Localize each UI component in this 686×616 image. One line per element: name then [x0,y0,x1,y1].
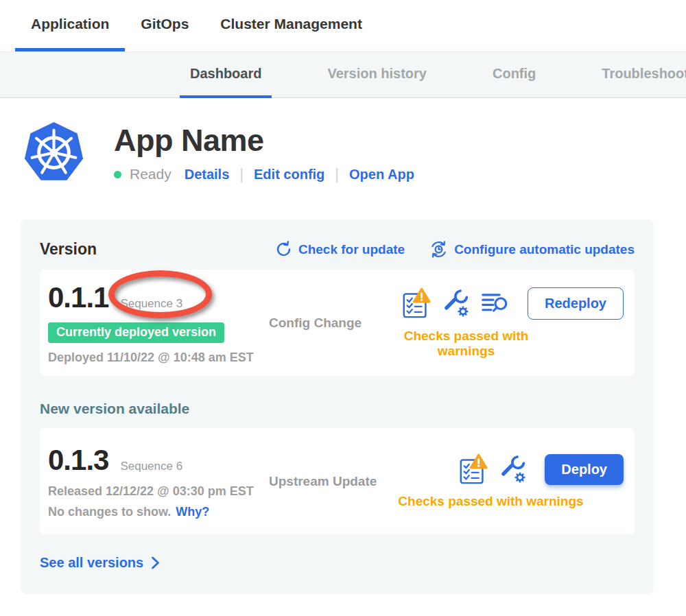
app-header: App Name Ready Details | Edit config | O… [23,121,686,185]
status-badge: Ready [130,166,172,182]
see-all-versions-link[interactable]: See all versions [40,555,160,571]
check-for-update-link[interactable]: Check for update [275,240,405,259]
current-version-card: 0.1.1 Sequence 3 Currently deployed vers… [40,270,635,376]
deploy-button[interactable]: Deploy [545,454,624,485]
tab-config[interactable]: Config [482,52,546,98]
version-section-title: Version [40,240,97,259]
divider: | [239,165,244,183]
current-version-number: 0.1.1 [48,281,108,314]
version-section: Version Check for update Configure [21,220,654,594]
app-sub-navigation: Dashboard Version history Config Trouble… [0,51,686,98]
tab-application[interactable]: Application [15,0,125,51]
current-version-source: Config Change [269,316,391,331]
deployed-badge: Currently deployed version [48,322,224,343]
diff-summary-text: No changes to show. [48,505,171,519]
check-for-update-label: Check for update [298,242,405,257]
available-checks-status: Checks passed with warnings [391,494,624,509]
tab-version-history[interactable]: Version history [317,52,437,98]
available-version-sequence: Sequence 6 [120,460,182,473]
available-version-number: 0.1.3 [48,444,108,477]
details-link[interactable]: Details [185,167,230,182]
refresh-icon [275,241,292,258]
released-timestamp: Released 12/12/22 @ 03:30 pm EST [48,484,269,499]
divider: | [335,165,339,183]
view-files-icon[interactable] [481,292,510,315]
see-all-versions-label: See all versions [40,555,143,571]
chevron-right-icon [151,556,160,569]
configure-auto-updates-label: Configure automatic updates [454,242,635,257]
diff-why-link[interactable]: Why? [176,505,209,519]
current-checks-status: Checks passed with warnings [391,329,624,359]
open-app-link[interactable]: Open App [349,167,414,182]
preflight-checklist-icon[interactable] [401,287,431,319]
clock-refresh-icon [429,240,448,259]
tab-gitops[interactable]: GitOps [125,0,204,51]
kubernetes-logo-icon [23,121,85,185]
page-title: App Name [114,125,414,156]
new-version-heading: New version available [40,401,635,417]
tab-cluster-management[interactable]: Cluster Management [204,0,378,51]
available-version-source: Upstream Update [269,474,391,489]
preflight-checklist-icon[interactable] [458,453,488,485]
configure-auto-updates-link[interactable]: Configure automatic updates [429,240,635,259]
edit-config-link[interactable]: Edit config [254,167,324,182]
wrench-gear-icon[interactable] [499,454,527,484]
current-version-sequence: Sequence 3 [120,297,182,311]
status-dot [114,171,121,178]
top-navigation: Application GitOps Cluster Management [0,0,686,51]
tab-troubleshoot[interactable]: Troubleshoot [591,52,686,98]
wrench-gear-icon[interactable] [442,288,470,318]
available-version-card: 0.1.3 Sequence 6 Released 12/12/22 @ 03:… [40,428,635,534]
redeploy-button[interactable]: Redeploy [528,287,624,320]
tab-dashboard[interactable]: Dashboard [180,52,272,98]
deployed-timestamp: Deployed 11/10/22 @ 10:48 am EST [48,351,269,365]
